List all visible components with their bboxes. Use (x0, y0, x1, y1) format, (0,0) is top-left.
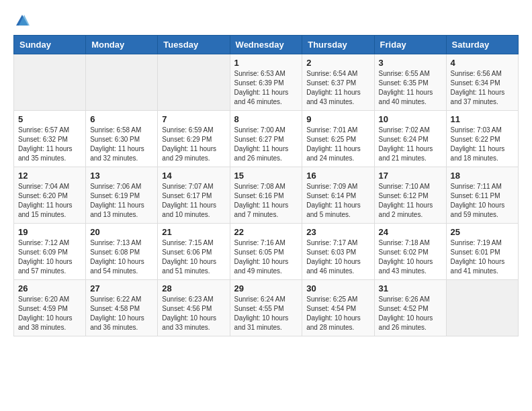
calendar-cell: 10Sunrise: 7:02 AM Sunset: 6:24 PM Dayli… (374, 111, 446, 167)
calendar-cell: 3Sunrise: 6:55 AM Sunset: 6:35 PM Daylig… (374, 54, 446, 111)
day-number: 28 (162, 283, 225, 293)
calendar-cell: 19Sunrise: 7:12 AM Sunset: 6:09 PM Dayli… (14, 224, 86, 280)
calendar-cell: 23Sunrise: 7:17 AM Sunset: 6:03 PM Dayli… (302, 224, 374, 280)
day-info: Sunrise: 7:19 AM Sunset: 6:01 PM Dayligh… (451, 238, 514, 276)
day-number: 29 (234, 283, 298, 293)
day-number: 1 (234, 58, 298, 68)
day-number: 20 (90, 227, 153, 237)
day-info: Sunrise: 6:22 AM Sunset: 4:58 PM Dayligh… (90, 295, 153, 332)
calendar-cell: 22Sunrise: 7:16 AM Sunset: 6:05 PM Dayli… (230, 224, 302, 280)
day-info: Sunrise: 6:55 AM Sunset: 6:35 PM Dayligh… (379, 69, 442, 107)
day-number: 25 (451, 227, 514, 237)
day-number: 27 (90, 283, 153, 293)
day-number: 23 (306, 227, 369, 237)
day-info: Sunrise: 6:56 AM Sunset: 6:34 PM Dayligh… (451, 69, 514, 107)
calendar-cell: 7Sunrise: 6:59 AM Sunset: 6:29 PM Daylig… (158, 111, 230, 167)
day-info: Sunrise: 7:09 AM Sunset: 6:14 PM Dayligh… (306, 182, 369, 220)
calendar-cell: 29Sunrise: 6:24 AM Sunset: 4:55 PM Dayli… (230, 280, 302, 336)
calendar-cell: 15Sunrise: 7:08 AM Sunset: 6:16 PM Dayli… (230, 167, 302, 224)
day-number: 4 (451, 58, 514, 68)
calendar-cell: 28Sunrise: 6:23 AM Sunset: 4:56 PM Dayli… (158, 280, 230, 336)
calendar-header-wednesday: Wednesday (230, 36, 302, 54)
day-info: Sunrise: 7:17 AM Sunset: 6:03 PM Dayligh… (306, 238, 369, 276)
day-number: 9 (306, 114, 369, 124)
day-number: 6 (90, 114, 153, 124)
day-info: Sunrise: 6:23 AM Sunset: 4:56 PM Dayligh… (162, 295, 225, 332)
calendar-cell: 26Sunrise: 6:20 AM Sunset: 4:59 PM Dayli… (14, 280, 86, 336)
day-info: Sunrise: 7:08 AM Sunset: 6:16 PM Dayligh… (234, 182, 298, 220)
day-number: 7 (162, 114, 225, 124)
day-info: Sunrise: 7:12 AM Sunset: 6:09 PM Dayligh… (18, 238, 81, 276)
day-info: Sunrise: 7:11 AM Sunset: 6:11 PM Dayligh… (451, 182, 514, 220)
day-number: 5 (18, 114, 81, 124)
day-info: Sunrise: 6:59 AM Sunset: 6:29 PM Dayligh… (162, 126, 225, 163)
calendar-header-tuesday: Tuesday (158, 36, 230, 54)
calendar-cell (86, 54, 158, 111)
day-number: 13 (90, 171, 153, 181)
day-number: 11 (451, 114, 514, 124)
calendar-week-row: 1Sunrise: 6:53 AM Sunset: 6:39 PM Daylig… (14, 54, 519, 111)
day-info: Sunrise: 7:10 AM Sunset: 6:12 PM Dayligh… (379, 182, 442, 220)
day-number: 31 (379, 283, 442, 293)
day-info: Sunrise: 6:53 AM Sunset: 6:39 PM Dayligh… (234, 69, 298, 107)
day-info: Sunrise: 7:00 AM Sunset: 6:27 PM Dayligh… (234, 126, 298, 163)
calendar-week-row: 19Sunrise: 7:12 AM Sunset: 6:09 PM Dayli… (14, 224, 519, 280)
calendar-cell: 4Sunrise: 6:56 AM Sunset: 6:34 PM Daylig… (446, 54, 518, 111)
calendar-header-saturday: Saturday (446, 36, 518, 54)
day-number: 24 (379, 227, 442, 237)
calendar-cell: 12Sunrise: 7:04 AM Sunset: 6:20 PM Dayli… (14, 167, 86, 224)
calendar-cell (158, 54, 230, 111)
day-info: Sunrise: 6:57 AM Sunset: 6:32 PM Dayligh… (18, 126, 81, 163)
calendar-cell (446, 280, 518, 336)
day-info: Sunrise: 6:24 AM Sunset: 4:55 PM Dayligh… (234, 295, 298, 332)
calendar-cell: 21Sunrise: 7:15 AM Sunset: 6:06 PM Dayli… (158, 224, 230, 280)
calendar-cell: 24Sunrise: 7:18 AM Sunset: 6:02 PM Dayli… (374, 224, 446, 280)
logo-icon (15, 13, 30, 28)
calendar-header-friday: Friday (374, 36, 446, 54)
day-number: 14 (162, 171, 225, 181)
calendar-cell: 31Sunrise: 6:26 AM Sunset: 4:52 PM Dayli… (374, 280, 446, 336)
calendar-cell: 11Sunrise: 7:03 AM Sunset: 6:22 PM Dayli… (446, 111, 518, 167)
calendar-table: SundayMondayTuesdayWednesdayThursdayFrid… (13, 35, 519, 336)
day-number: 17 (379, 171, 442, 181)
day-number: 15 (234, 171, 298, 181)
day-number: 26 (18, 283, 81, 293)
day-number: 8 (234, 114, 298, 124)
day-number: 3 (379, 58, 442, 68)
calendar-cell: 5Sunrise: 6:57 AM Sunset: 6:32 PM Daylig… (14, 111, 86, 167)
day-info: Sunrise: 7:13 AM Sunset: 6:08 PM Dayligh… (90, 238, 153, 276)
calendar-week-row: 12Sunrise: 7:04 AM Sunset: 6:20 PM Dayli… (14, 167, 519, 224)
logo (13, 13, 30, 28)
calendar-cell: 9Sunrise: 7:01 AM Sunset: 6:25 PM Daylig… (302, 111, 374, 167)
day-info: Sunrise: 7:18 AM Sunset: 6:02 PM Dayligh… (379, 238, 442, 276)
calendar-cell: 18Sunrise: 7:11 AM Sunset: 6:11 PM Dayli… (446, 167, 518, 224)
calendar-cell: 16Sunrise: 7:09 AM Sunset: 6:14 PM Dayli… (302, 167, 374, 224)
calendar-cell: 1Sunrise: 6:53 AM Sunset: 6:39 PM Daylig… (230, 54, 302, 111)
day-info: Sunrise: 6:20 AM Sunset: 4:59 PM Dayligh… (18, 295, 81, 332)
calendar-cell: 6Sunrise: 6:58 AM Sunset: 6:30 PM Daylig… (86, 111, 158, 167)
day-info: Sunrise: 7:02 AM Sunset: 6:24 PM Dayligh… (379, 126, 442, 163)
day-info: Sunrise: 7:01 AM Sunset: 6:25 PM Dayligh… (306, 126, 369, 163)
day-info: Sunrise: 7:16 AM Sunset: 6:05 PM Dayligh… (234, 238, 298, 276)
day-number: 30 (306, 283, 369, 293)
calendar-cell (14, 54, 86, 111)
day-number: 2 (306, 58, 369, 68)
calendar-week-row: 5Sunrise: 6:57 AM Sunset: 6:32 PM Daylig… (14, 111, 519, 167)
day-number: 22 (234, 227, 298, 237)
day-info: Sunrise: 6:54 AM Sunset: 6:37 PM Dayligh… (306, 69, 369, 107)
calendar-cell: 30Sunrise: 6:25 AM Sunset: 4:54 PM Dayli… (302, 280, 374, 336)
day-info: Sunrise: 7:15 AM Sunset: 6:06 PM Dayligh… (162, 238, 225, 276)
day-number: 18 (451, 171, 514, 181)
day-info: Sunrise: 6:26 AM Sunset: 4:52 PM Dayligh… (379, 295, 442, 332)
day-number: 16 (306, 171, 369, 181)
day-info: Sunrise: 7:06 AM Sunset: 6:19 PM Dayligh… (90, 182, 153, 220)
calendar-cell: 13Sunrise: 7:06 AM Sunset: 6:19 PM Dayli… (86, 167, 158, 224)
calendar-cell: 8Sunrise: 7:00 AM Sunset: 6:27 PM Daylig… (230, 111, 302, 167)
day-info: Sunrise: 6:25 AM Sunset: 4:54 PM Dayligh… (306, 295, 369, 332)
day-number: 21 (162, 227, 225, 237)
calendar-cell: 25Sunrise: 7:19 AM Sunset: 6:01 PM Dayli… (446, 224, 518, 280)
calendar-header-monday: Monday (86, 36, 158, 54)
day-number: 19 (18, 227, 81, 237)
calendar-cell: 2Sunrise: 6:54 AM Sunset: 6:37 PM Daylig… (302, 54, 374, 111)
day-info: Sunrise: 6:58 AM Sunset: 6:30 PM Dayligh… (90, 126, 153, 163)
